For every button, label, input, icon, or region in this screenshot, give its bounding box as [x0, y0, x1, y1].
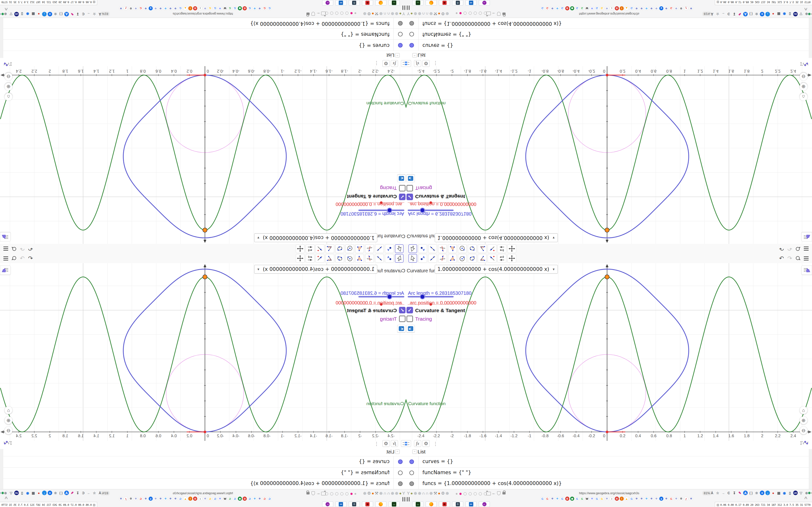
tab-favicon-19[interactable]: G [179, 497, 183, 501]
extension-icon-17[interactable]: ▽ [799, 491, 803, 495]
menu-icon[interactable] [804, 247, 809, 251]
graphics-stylebar-toggle[interactable] [0, 232, 11, 241]
tab-favicon-13[interactable]: G [208, 497, 212, 501]
point-tool-button[interactable]: A [418, 254, 427, 263]
tab-favicon-19[interactable]: G [179, 6, 183, 10]
bottom-panel-toggle[interactable] [798, 439, 810, 447]
gray-visibility-marble[interactable] [398, 482, 403, 486]
collapse-button[interactable]: − [395, 53, 400, 57]
conic-tool-button[interactable] [468, 244, 476, 253]
tab-favicon-23[interactable]: ✻ [649, 497, 654, 501]
url-field[interactable]: https://www.geogebra.org/classic/aagcxh3… [173, 491, 233, 495]
polygon-tool-button[interactable] [448, 244, 457, 253]
home-button[interactable]: ⌂ [800, 93, 807, 101]
bookmark-glyph-10[interactable]: ⚙ [441, 11, 445, 16]
undo-icon[interactable]: ↶ [28, 255, 33, 262]
tab-favicon-23[interactable]: ✻ [158, 497, 163, 501]
extension-icon-8[interactable]: ( ) [749, 491, 753, 495]
collapse-button[interactable]: − [412, 53, 417, 57]
extension-icon-12[interactable]: ● [771, 12, 775, 16]
bookmark-glyph-4[interactable]: ⊕ [418, 491, 421, 496]
tab-favicon-14[interactable]: ✻ [605, 497, 609, 501]
bookmark-glyph-5[interactable]: ∩ [422, 491, 425, 496]
bookmark-glyph-9[interactable]: ● [438, 11, 440, 16]
tab-favicon-13[interactable]: G [600, 6, 604, 10]
folder-icon[interactable] [321, 12, 326, 15]
search-icon[interactable] [12, 256, 16, 261]
perpendicular-line-tool-button[interactable] [438, 254, 447, 263]
algebra-row-3[interactable]: funcs = {1.000000000000 + cos(4.00000000… [0, 17, 406, 29]
ring-icon-3[interactable] [474, 492, 477, 495]
collapse-button[interactable]: − [395, 450, 400, 454]
ring-icon-4[interactable] [479, 12, 482, 15]
monitor-app-button[interactable]: ⚙ [452, 0, 463, 6]
ring-icon-3[interactable] [335, 492, 338, 495]
tab-favicon-24[interactable]: ✻ [654, 6, 659, 10]
tab-favicon-4[interactable]: ✻ [555, 6, 559, 10]
tab-favicon-24[interactable]: ✻ [654, 497, 659, 501]
tree-view-button[interactable] [406, 440, 411, 447]
mask-app-button[interactable]: •• [479, 501, 490, 507]
back-arrow-icon[interactable]: ← [492, 11, 496, 16]
extension-icon-14[interactable]: ◉ [26, 12, 30, 16]
ring-icon-1[interactable] [463, 12, 467, 15]
tab-favicon-28[interactable]: ✻ [134, 6, 138, 10]
tab-favicon-25[interactable]: ● [659, 497, 663, 501]
arc-length-slider-thumb[interactable] [387, 294, 392, 299]
algebra-row-1[interactable]: curves = {} [0, 456, 406, 468]
function-selector-dropdown[interactable]: 1.000000000000 + cos(4.000000000000 x) ▼ [254, 265, 377, 274]
extension-icon-2[interactable]: ☆ [92, 491, 97, 495]
fx-view-button[interactable]: fx [391, 60, 398, 67]
tracing-checkbox[interactable] [399, 185, 406, 191]
extension-icon-7[interactable]: A [64, 12, 69, 16]
terminal-app-button[interactable]: ▭ [412, 501, 423, 507]
zoom-out-button[interactable]: ⊖ [5, 73, 12, 80]
circle-center-point-tool-button[interactable] [458, 254, 467, 263]
graph-canvas[interactable]: -2.4-2.2-2-1.8-1.6-1.4-1.2-1-0.8-0.6-0.4… [0, 66, 406, 244]
circle-center-point-tool-button[interactable] [345, 244, 354, 253]
arc-position-slider-thumb[interactable] [429, 201, 432, 204]
line-tool-button[interactable] [375, 254, 384, 263]
extension-icon-6[interactable]: ✎ [70, 491, 74, 495]
gray-visibility-marble[interactable] [398, 21, 403, 25]
point-on-object-tool-button[interactable] [316, 254, 324, 263]
url-field[interactable]: https://www.geogebra.org/classic/aagcxh3… [579, 491, 639, 495]
undo-icon[interactable]: ↶ [28, 245, 33, 252]
graph-canvas[interactable]: -2.4-2.2-2-1.8-1.6-1.4-1.2-1-0.8-0.6-0.4… [0, 263, 406, 441]
extension-icon-11[interactable]: ↓ [765, 12, 770, 16]
tab-favicon-18[interactable]: ▲ [625, 6, 629, 10]
bookmark-glyph-4[interactable]: ⊕ [391, 11, 394, 16]
redo-icon[interactable]: ↷ [788, 255, 792, 262]
tab-favicon-13[interactable]: G [208, 6, 212, 10]
curvature-tangent-checkbox[interactable]: ✓ [399, 193, 406, 200]
perpendicular-line-tool-button[interactable] [365, 244, 374, 253]
tab-favicon-12[interactable]: G [213, 497, 217, 501]
function-selector-dropdown[interactable]: 1.000000000000 + cos(4.000000000000 x) ▼ [254, 233, 377, 242]
tab-favicon-29[interactable]: ⚙ [679, 497, 683, 501]
tab-favicon-18[interactable]: ▲ [184, 497, 188, 501]
play-button[interactable]: ▶▏ [397, 325, 406, 332]
move-graphics-tool-button[interactable] [507, 244, 516, 253]
tab-favicon-27[interactable]: G [669, 497, 673, 501]
tab-favicon-8[interactable]: G [575, 497, 579, 501]
back-arrow-icon[interactable]: ← [492, 491, 496, 496]
extension-icon-14[interactable]: ◉ [782, 12, 786, 16]
tab-favicon-28[interactable]: ✻ [134, 497, 138, 501]
zoom-out-button[interactable]: ⊖ [800, 73, 807, 80]
arc-position-slider-thumb[interactable] [429, 303, 432, 306]
undo-icon[interactable]: ↶ [779, 245, 784, 252]
tab-favicon-9[interactable]: G [580, 6, 584, 10]
extension-icon-13[interactable]: ▦ [776, 12, 781, 16]
tab-favicon-11[interactable]: ✻ [590, 6, 594, 10]
bookmark-glyph-10[interactable]: ⚙ [441, 491, 445, 496]
search-icon[interactable] [796, 246, 800, 251]
extension-icon-13[interactable]: ▦ [776, 491, 781, 495]
point-on-object-tool-button[interactable] [488, 244, 496, 253]
ring-icon-4[interactable] [330, 12, 333, 15]
tab-favicon-14[interactable]: ✻ [203, 497, 207, 501]
play-button[interactable]: ▶▏ [397, 175, 406, 182]
extension-icon-13[interactable]: ▦ [31, 491, 36, 495]
tab-favicon-8[interactable]: G [233, 6, 237, 10]
gray-visibility-marble[interactable] [409, 21, 414, 25]
tab-favicon-31[interactable]: ✻ [689, 6, 693, 10]
